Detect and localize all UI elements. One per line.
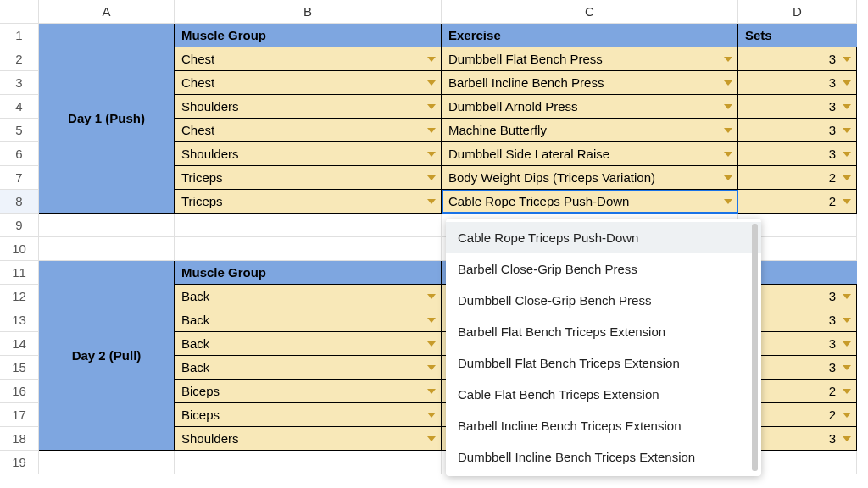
exercise-cell[interactable]: Dumbbell Arnold Press [442,95,738,119]
row-header-6[interactable]: 6 [0,142,39,166]
cell-text: Biceps [181,408,220,422]
sets-cell[interactable]: 2 [738,190,857,214]
chevron-down-icon [843,80,851,86]
sets-cell[interactable]: 3 [738,95,857,119]
col-header-A[interactable]: A [39,0,175,24]
cell-text: Chest [181,52,214,66]
day2-title[interactable]: Day 2 (Pull) [39,261,175,451]
empty-cell[interactable] [175,214,442,237]
exercise-cell[interactable]: Dumbbell Flat Bench Press [442,47,738,71]
col-header-C[interactable]: C [442,0,738,24]
exercise-cell-selected[interactable]: Cable Rope Triceps Push-Down [442,190,738,214]
muscle-cell[interactable]: Back [175,285,442,308]
row-header-1[interactable]: 1 [0,24,39,47]
cell-text: Back [181,336,209,351]
muscle-cell[interactable]: Chest [175,119,442,142]
chevron-down-icon [427,294,436,299]
header-sets-1[interactable]: Sets [738,24,857,47]
cell-text: 2 [829,170,836,185]
validation-dropdown[interactable]: Cable Rope Triceps Push-Down Barbell Clo… [446,219,761,476]
exercise-cell[interactable]: Body Weight Dips (Triceps Variation) [442,166,738,190]
row-header-2[interactable]: 2 [0,47,39,71]
muscle-cell[interactable]: Chest [175,47,442,71]
chevron-down-icon [843,389,851,394]
cell-text: Back [181,313,209,327]
dropdown-option[interactable]: Barbell Flat Bench Triceps Extension [446,316,761,347]
row-header-7[interactable]: 7 [0,166,39,190]
muscle-cell[interactable]: Back [175,308,442,332]
sets-cell[interactable]: 3 [738,47,857,71]
muscle-cell[interactable]: Back [175,332,442,356]
row-header-17[interactable]: 17 [0,403,39,427]
empty-cell[interactable] [39,451,175,474]
muscle-cell[interactable]: Chest [175,71,442,95]
exercise-cell[interactable]: Machine Butterfly [442,119,738,142]
muscle-cell[interactable]: Back [175,356,442,380]
muscle-cell[interactable]: Shoulders [175,142,442,166]
row-header-5[interactable]: 5 [0,119,39,142]
empty-cell[interactable] [39,237,175,261]
chevron-down-icon [427,57,436,62]
row-header-9[interactable]: 9 [0,214,39,237]
row-header-8[interactable]: 8 [0,190,39,214]
row-header-12[interactable]: 12 [0,285,39,308]
header-muscle-2[interactable]: Muscle Group [175,261,442,285]
muscle-cell[interactable]: Shoulders [175,95,442,119]
dropdown-option[interactable]: Cable Flat Bench Triceps Extension [446,379,761,410]
cell-text: 3 [829,52,836,66]
cell-text: 3 [829,336,836,351]
empty-cell[interactable] [175,237,442,261]
dropdown-option[interactable]: Dumbbell Flat Bench Triceps Extension [446,347,761,379]
sets-cell[interactable]: 2 [738,166,857,190]
dropdown-option[interactable]: Barbell Incline Bench Triceps Extension [446,410,761,441]
row-header-3[interactable]: 3 [0,71,39,95]
row-header-18[interactable]: 18 [0,427,39,451]
sets-cell[interactable]: 3 [738,119,857,142]
cell-text: Triceps [181,170,223,185]
chevron-down-icon [843,57,851,62]
cell-text: 3 [829,431,836,446]
muscle-cell[interactable]: Biceps [175,380,442,403]
chevron-down-icon [843,413,851,418]
dropdown-option[interactable]: Cable Rope Triceps Push-Down [446,222,761,253]
empty-cell[interactable] [175,451,442,474]
cell-text: Dumbbell Arnold Press [448,99,578,114]
chevron-down-icon [724,152,732,157]
dropdown-option[interactable]: Barbell Close-Grip Bench Press [446,253,761,285]
dropdown-option[interactable]: Dumbbell Close-Grip Bench Press [446,285,761,316]
row-header-16[interactable]: 16 [0,380,39,403]
empty-cell[interactable] [39,214,175,237]
row-header-19[interactable]: 19 [0,451,39,474]
row-header-11[interactable]: 11 [0,261,39,285]
col-header-B[interactable]: B [175,0,442,24]
col-header-D[interactable]: D [738,0,857,24]
cell-text: Chest [181,123,214,137]
row-header-13[interactable]: 13 [0,308,39,332]
sets-cell[interactable]: 3 [738,71,857,95]
chevron-down-icon [843,436,851,441]
cell-text: 2 [829,384,836,398]
chevron-down-icon [427,175,436,180]
chevron-down-icon [724,175,732,180]
row-header-10[interactable]: 10 [0,237,39,261]
exercise-cell[interactable]: Barbell Incline Bench Press [442,71,738,95]
muscle-cell[interactable]: Shoulders [175,427,442,451]
dropdown-option[interactable]: Dumbbell Incline Bench Triceps Extension [446,441,761,473]
header-muscle-1[interactable]: Muscle Group [175,24,442,47]
day1-title[interactable]: Day 1 (Push) [39,24,175,214]
cell-text: Triceps [181,194,223,208]
muscle-cell[interactable]: Triceps [175,190,442,214]
exercise-cell[interactable]: Dumbbell Side Lateral Raise [442,142,738,166]
sets-cell[interactable]: 3 [738,142,857,166]
muscle-cell[interactable]: Biceps [175,403,442,427]
row-header-15[interactable]: 15 [0,356,39,380]
scrollbar[interactable] [752,224,758,471]
row-header-4[interactable]: 4 [0,95,39,119]
header-exercise-1[interactable]: Exercise [442,24,738,47]
corner-cell[interactable] [0,0,39,24]
cell-text: Barbell Incline Bench Press [448,75,604,90]
muscle-cell[interactable]: Triceps [175,166,442,190]
cell-text: 2 [829,408,836,422]
cell-text: Back [181,289,209,303]
row-header-14[interactable]: 14 [0,332,39,356]
